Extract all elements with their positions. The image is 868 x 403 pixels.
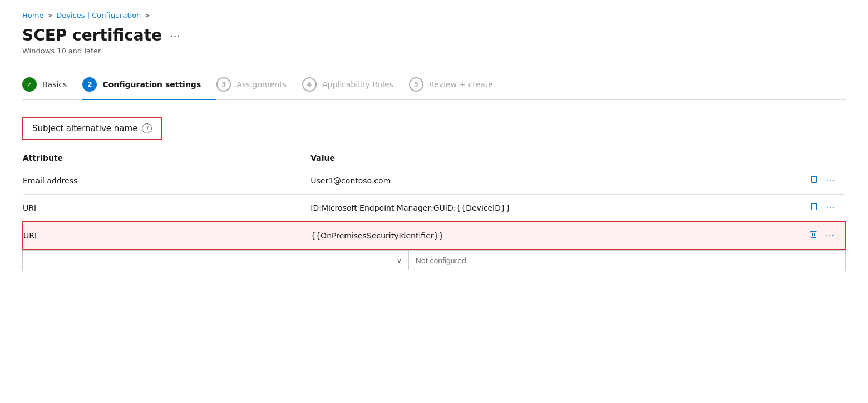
table-cell-actions: ···: [763, 222, 845, 250]
section-label-text: Subject alternative name: [32, 123, 137, 133]
more-row-options-button[interactable]: ···: [825, 230, 836, 242]
step-applicability-label: Applicability Rules: [322, 80, 393, 89]
delete-row-button[interactable]: [808, 229, 819, 242]
wizard-steps: ✓ Basics 2 Configuration settings 3 Assi…: [22, 71, 846, 100]
step-configuration-number: 2: [87, 81, 92, 88]
step-applicability-number: 4: [307, 81, 312, 88]
table-cell-attribute: URI: [23, 195, 310, 222]
step-basics-label: Basics: [42, 80, 67, 89]
section-label: Subject alternative name i: [22, 117, 162, 140]
step-applicability[interactable]: 4 Applicability Rules: [302, 71, 409, 99]
table-cell-attribute: Email address: [23, 167, 310, 195]
page-subtitle: Windows 10 and later: [22, 47, 846, 55]
table-cell-actions: ···: [763, 167, 845, 195]
col-header-value: Value: [310, 149, 763, 167]
step-configuration-label: Configuration settings: [102, 80, 201, 89]
step-assignments[interactable]: 3 Assignments: [216, 71, 302, 99]
breadcrumb-home[interactable]: Home: [22, 11, 43, 19]
page-title-row: SCEP certificate ···: [22, 26, 846, 44]
breadcrumb: Home > Devices | Configuration >: [22, 11, 846, 19]
step-review[interactable]: 5 Review + create: [409, 71, 509, 99]
page-container: Home > Devices | Configuration > SCEP ce…: [0, 0, 868, 403]
step-configuration-circle: 2: [82, 77, 97, 92]
breadcrumb-devices[interactable]: Devices | Configuration: [56, 11, 141, 19]
step-basics[interactable]: ✓ Basics: [22, 71, 82, 99]
table-cell-actions: ···: [763, 195, 845, 222]
step-basics-circle: ✓: [22, 77, 37, 92]
table-cell-value: User1@contoso.com: [310, 167, 763, 195]
step-applicability-circle: 4: [302, 77, 317, 92]
table-row: Email addressUser1@contoso.com···: [23, 167, 845, 195]
step-review-label: Review + create: [429, 80, 493, 89]
more-row-options-button[interactable]: ···: [825, 175, 836, 187]
delete-row-button[interactable]: [808, 201, 820, 215]
breadcrumb-sep2: >: [144, 11, 150, 19]
table-cell-attribute: URI: [23, 222, 310, 250]
more-options-button[interactable]: ···: [167, 29, 183, 42]
more-row-options-button[interactable]: ···: [825, 202, 836, 214]
table-cell-value: {{OnPremisesSecurityIdentifier}}: [310, 222, 763, 250]
breadcrumb-sep1: >: [47, 11, 53, 19]
col-header-attribute: Attribute: [23, 149, 310, 167]
step-review-circle: 5: [409, 77, 423, 92]
step-assignments-label: Assignments: [236, 80, 287, 89]
add-row-select[interactable]: Email address URI User principal name: [23, 251, 390, 271]
chevron-down-icon: ∨: [390, 251, 409, 270]
step-basics-check: ✓: [27, 81, 32, 88]
add-row: Email address URI User principal name ∨: [22, 250, 846, 271]
step-configuration[interactable]: 2 Configuration settings: [82, 71, 216, 99]
info-icon[interactable]: i: [142, 123, 152, 133]
table-row: URI{{OnPremisesSecurityIdentifier}}···: [23, 222, 845, 250]
step-assignments-number: 3: [221, 81, 226, 88]
delete-row-button[interactable]: [808, 174, 820, 187]
table-row: URIID:Microsoft Endpoint Manager:GUID:{{…: [23, 195, 845, 222]
page-title: SCEP certificate: [22, 26, 162, 44]
attribute-table: Attribute Value Email addressUser1@conto…: [22, 149, 846, 250]
step-assignments-circle: 3: [216, 77, 231, 92]
step-review-number: 5: [414, 81, 418, 88]
col-header-actions: [763, 149, 845, 167]
add-row-value-input[interactable]: [409, 251, 845, 271]
table-cell-value: ID:Microsoft Endpoint Manager:GUID:{{Dev…: [310, 195, 763, 222]
